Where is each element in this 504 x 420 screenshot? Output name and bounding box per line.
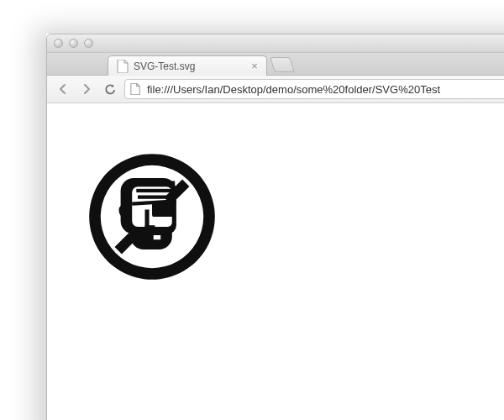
toolbar bbox=[47, 76, 504, 103]
no-piracy-icon bbox=[81, 145, 223, 288]
browser-window: SVG-Test.svg × bbox=[46, 34, 504, 420]
url-input[interactable] bbox=[145, 82, 504, 97]
close-tab-button[interactable]: × bbox=[249, 60, 260, 71]
zoom-window-button[interactable] bbox=[84, 39, 93, 48]
close-window-button[interactable] bbox=[54, 39, 63, 48]
page-content bbox=[47, 103, 504, 420]
tab-strip: SVG-Test.svg × bbox=[47, 53, 504, 76]
svg-rect-5 bbox=[152, 202, 174, 217]
back-button[interactable] bbox=[54, 80, 72, 98]
tab-title: SVG-Test.svg bbox=[134, 60, 195, 72]
window-titlebar bbox=[47, 34, 504, 53]
forward-button[interactable] bbox=[77, 80, 96, 98]
minimize-window-button[interactable] bbox=[69, 39, 78, 48]
svg-rect-7 bbox=[145, 225, 155, 228]
svg-rect-3 bbox=[136, 189, 173, 192]
svg-rect-2 bbox=[135, 181, 176, 186]
window-controls bbox=[54, 39, 93, 48]
tab-active[interactable]: SVG-Test.svg × bbox=[108, 55, 267, 76]
file-icon bbox=[116, 60, 129, 73]
file-icon bbox=[130, 83, 140, 95]
svg-rect-4 bbox=[138, 196, 172, 199]
address-bar[interactable] bbox=[124, 79, 504, 99]
svg-rect-6 bbox=[145, 210, 150, 227]
new-tab-button[interactable] bbox=[270, 57, 295, 72]
reload-button[interactable] bbox=[101, 80, 119, 98]
